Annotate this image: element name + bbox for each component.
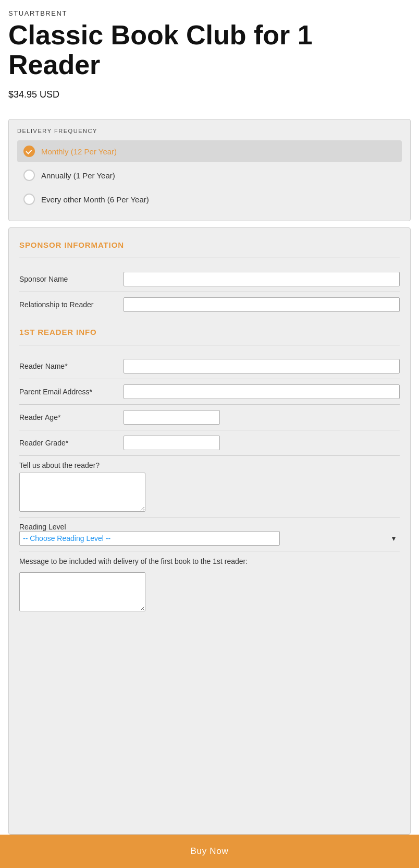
reader-divider-top [19,345,400,345]
about-reader-label: Tell us about the reader? [19,461,400,469]
delivery-option-every-other-label: Every other Month (6 Per Year) [41,195,149,204]
reader-age-row: Reader Age* [19,405,400,430]
reader-age-label: Reader Age* [19,413,124,421]
delivery-option-every-other[interactable]: Every other Month (6 Per Year) [17,188,402,210]
reader-grade-row: Reader Grade* [19,430,400,456]
header-section: STUARTBRENT Classic Book Club for 1 Read… [0,0,419,119]
reader-age-input[interactable] [124,410,220,425]
delivery-section: DELIVERY FREQUENCY Monthly (12 Per Year)… [8,119,411,221]
parent-email-input[interactable] [124,384,400,399]
delivery-option-annually[interactable]: Annually (1 Per Year) [17,164,402,186]
about-reader-row: Tell us about the reader? [19,456,400,517]
radio-monthly-icon [23,146,35,157]
parent-email-row: Parent Email Address* [19,379,400,405]
buy-button-container: Buy Now [0,835,419,868]
delivery-option-annually-label: Annually (1 Per Year) [41,171,115,180]
reader-grade-input[interactable] [124,436,220,450]
sponsor-section-title: SPONSOR INFORMATION [19,240,400,249]
sponsor-name-input[interactable] [124,272,400,286]
buy-now-button[interactable]: Buy Now [0,835,419,868]
sponsor-section: SPONSOR INFORMATION Sponsor Name Relatio… [19,240,400,317]
relationship-label: Relationship to Reader [19,300,124,309]
radio-every-other-icon [23,194,35,205]
reader-name-label: Reader Name* [19,362,124,370]
radio-annually-icon [23,170,35,181]
product-price: $34.95 USD [8,89,411,100]
reader-grade-label: Reader Grade* [19,439,124,447]
reader-section-title: 1st READER INFO [19,328,400,336]
parent-email-label: Parent Email Address* [19,388,124,396]
page-container: STUARTBRENT Classic Book Club for 1 Read… [0,0,419,868]
sponsor-name-row: Sponsor Name [19,267,400,292]
brand-name: STUARTBRENT [8,9,411,17]
reading-level-select-wrapper: -- Choose Reading Level -- [19,531,400,546]
about-reader-textarea[interactable] [19,473,145,512]
reading-level-label: Reading Level [19,523,400,531]
message-textarea[interactable] [19,572,145,611]
reader-name-input[interactable] [124,359,400,373]
relationship-row: Relationship to Reader [19,292,400,317]
delivery-option-monthly-label: Monthly (12 Per Year) [41,147,117,156]
reading-level-select[interactable]: -- Choose Reading Level -- [19,531,280,546]
sponsor-divider-top [19,258,400,258]
delivery-option-monthly[interactable]: Monthly (12 Per Year) [17,140,402,162]
delivery-section-label: DELIVERY FREQUENCY [17,128,402,134]
message-label: Message to be included with delivery of … [19,557,400,567]
message-row: Message to be included with delivery of … [19,551,400,617]
reading-level-row: Reading Level -- Choose Reading Level -- [19,517,400,551]
product-title: Classic Book Club for 1 Reader [8,20,411,80]
form-section: SPONSOR INFORMATION Sponsor Name Relatio… [8,227,411,835]
sponsor-name-label: Sponsor Name [19,275,124,283]
reader-section: 1st READER INFO Reader Name* Parent Emai… [19,328,400,617]
reader-name-row: Reader Name* [19,354,400,379]
relationship-input[interactable] [124,297,400,312]
